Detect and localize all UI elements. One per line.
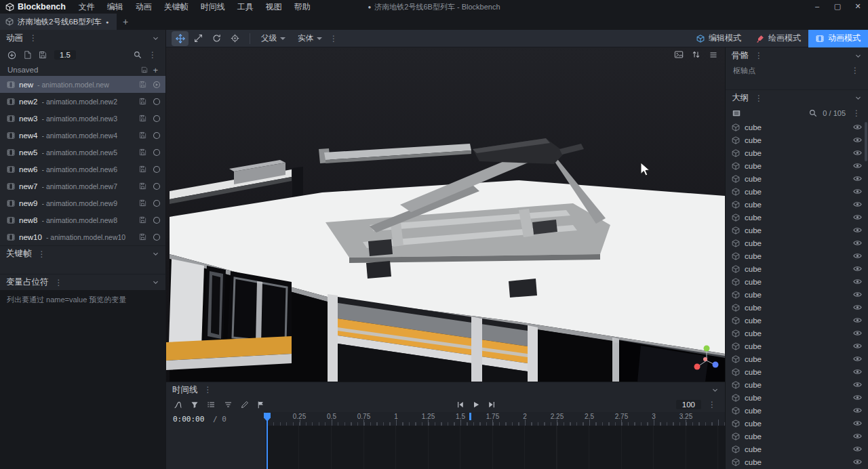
visibility-eye-icon[interactable]	[853, 457, 862, 466]
placeholders-panel-header[interactable]: 变量占位符 ⋮	[0, 274, 165, 290]
outliner-item[interactable]: cube	[726, 443, 868, 455]
outliner-item[interactable]: cube	[726, 455, 868, 468]
visibility-eye-icon[interactable]	[853, 239, 862, 247]
visibility-eye-icon[interactable]	[853, 354, 862, 363]
loop-state-icon[interactable]	[153, 115, 161, 123]
save-animation-icon[interactable]	[139, 165, 146, 173]
visibility-eye-icon[interactable]	[853, 226, 862, 234]
visibility-eye-icon[interactable]	[853, 316, 862, 325]
outliner-scrollbar[interactable]	[865, 122, 867, 161]
new-tab-button[interactable]: +	[117, 14, 134, 30]
save-animation-icon[interactable]	[139, 148, 146, 156]
sort-channels-button[interactable]	[224, 401, 233, 409]
visibility-eye-icon[interactable]	[853, 342, 862, 350]
outliner-item[interactable]: cube	[726, 352, 868, 365]
loop-state-icon[interactable]	[153, 165, 161, 174]
outliner-panel-header[interactable]: 大纲 ⋮	[726, 89, 868, 106]
menu-item[interactable]: 视图	[260, 0, 288, 14]
visibility-eye-icon[interactable]	[853, 406, 862, 415]
save-animation-icon[interactable]	[139, 81, 146, 88]
visibility-eye-icon[interactable]	[853, 213, 862, 222]
collapse-chevron-icon[interactable]	[711, 386, 719, 394]
save-animation-icon[interactable]	[139, 98, 146, 105]
visibility-eye-icon[interactable]	[853, 200, 862, 209]
animation-list-item[interactable]: new6- animation.model.new6	[0, 161, 165, 178]
search-animations-button[interactable]	[134, 51, 142, 59]
visibility-eye-icon[interactable]	[853, 264, 862, 273]
outliner-item[interactable]: cube	[726, 134, 868, 146]
outliner-item[interactable]: cube	[726, 417, 868, 430]
solid-dropdown[interactable]: 实体	[292, 30, 328, 47]
outliner-item[interactable]: cube	[726, 365, 868, 378]
visibility-eye-icon[interactable]	[853, 251, 862, 260]
loop-state-icon[interactable]	[153, 98, 161, 106]
visibility-eye-icon[interactable]	[853, 277, 862, 286]
collapse-chevron-icon[interactable]	[854, 52, 862, 60]
jump-to-start-button[interactable]	[456, 401, 465, 409]
add-animation-button[interactable]	[7, 51, 16, 60]
menu-item[interactable]: 关键帧	[158, 0, 195, 14]
visibility-eye-icon[interactable]	[853, 380, 862, 389]
jump-to-end-button[interactable]	[488, 401, 496, 409]
loop-state-icon[interactable]	[153, 216, 161, 224]
play-state-icon[interactable]	[153, 81, 161, 89]
animation-length-marker[interactable]	[469, 413, 471, 420]
search-outliner-button[interactable]	[809, 109, 817, 117]
animation-list-item[interactable]: new- animation.model.new	[0, 76, 165, 93]
visibility-eye-icon[interactable]	[853, 329, 862, 338]
outliner-item[interactable]: cube	[726, 391, 868, 404]
visibility-eye-icon[interactable]	[853, 432, 862, 441]
visibility-eye-icon[interactable]	[853, 174, 862, 183]
outliner-item[interactable]: cube	[726, 275, 868, 288]
keyframes-panel-header[interactable]: 关键帧 ⋮	[0, 245, 165, 262]
play-button[interactable]	[472, 401, 480, 409]
menu-item[interactable]: 编辑	[101, 0, 130, 14]
save-animation-icon[interactable]	[139, 182, 146, 190]
animations-panel-menu[interactable]: ⋮	[28, 34, 39, 42]
animation-list-item[interactable]: new5- animation.model.new5	[0, 144, 165, 161]
loop-state-icon[interactable]	[153, 199, 161, 207]
outliner-item[interactable]: cube	[726, 224, 868, 237]
animations-panel-header[interactable]: 动画 ⋮	[0, 30, 165, 46]
save-group-icon[interactable]	[141, 66, 148, 73]
outliner-item[interactable]: cube	[726, 172, 868, 185]
minimize-button[interactable]: –	[807, 0, 827, 14]
graph-editor-button[interactable]	[174, 401, 182, 409]
loop-state-icon[interactable]	[153, 233, 161, 241]
animation-list-item[interactable]: new3- animation.model.new3	[0, 110, 165, 127]
outliner-item[interactable]: cube	[726, 430, 868, 443]
mode-tab-paint[interactable]: 绘画模式	[749, 30, 808, 47]
visibility-eye-icon[interactable]	[853, 303, 862, 312]
save-animation-icon[interactable]	[139, 233, 146, 241]
animation-list-item[interactable]: new4- animation.model.new4	[0, 127, 165, 144]
menu-item[interactable]: 帮助	[288, 0, 317, 14]
timeline-track-area[interactable]	[267, 426, 725, 469]
collapse-chevron-icon[interactable]	[854, 94, 862, 102]
marker-button[interactable]	[257, 401, 265, 409]
outliner-item[interactable]: cube	[726, 340, 868, 352]
save-all-animations-button[interactable]	[39, 51, 47, 59]
close-button[interactable]: ✕	[848, 0, 868, 14]
outliner-item[interactable]: cube	[726, 314, 868, 327]
outliner-item[interactable]: cube	[726, 327, 868, 340]
timeline-panel-menu[interactable]: ⋮	[203, 386, 214, 394]
menu-item[interactable]: 动画	[130, 0, 158, 14]
outliner-item[interactable]: cube	[726, 185, 868, 198]
bones-panel-header[interactable]: 骨骼 ⋮	[726, 47, 868, 64]
filter-keyframes-button[interactable]	[191, 401, 199, 409]
outliner-toolbar-menu[interactable]: ⋮	[851, 109, 862, 117]
loop-state-icon[interactable]	[153, 182, 161, 190]
loop-state-icon[interactable]	[153, 148, 161, 157]
viewport-menu-button[interactable]	[709, 51, 718, 59]
resize-tool-button[interactable]	[190, 31, 207, 46]
import-animation-button[interactable]	[24, 51, 31, 59]
timeline-size-field[interactable]: 100	[676, 400, 701, 409]
outliner-item[interactable]: cube	[726, 378, 868, 391]
toolbar-overflow-menu[interactable]: ⋮	[328, 35, 339, 43]
placeholder-variables-input[interactable]: 列出要通过 name=value 预览的变量	[0, 290, 165, 469]
visibility-eye-icon[interactable]	[853, 419, 862, 428]
save-animation-icon[interactable]	[139, 216, 146, 224]
mode-tab-edit[interactable]: 编辑模式	[689, 30, 749, 47]
visibility-eye-icon[interactable]	[853, 187, 862, 196]
outliner-item[interactable]: cube	[726, 159, 868, 172]
